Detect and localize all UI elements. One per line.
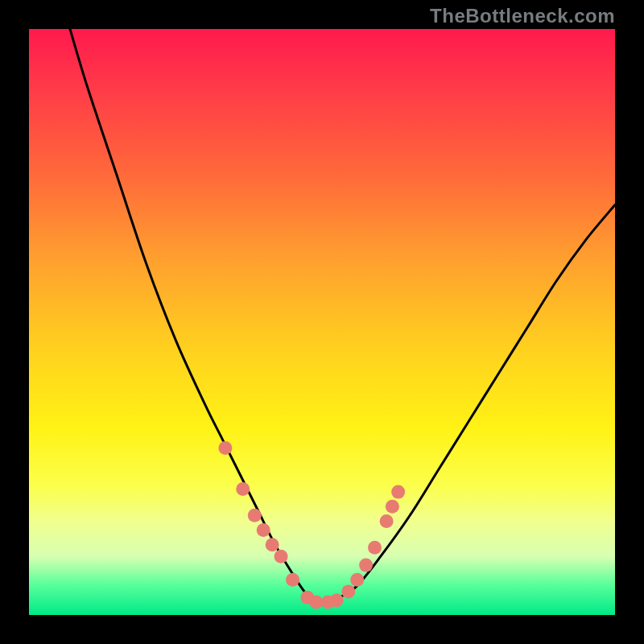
highlight-point: [266, 538, 279, 551]
highlight-point: [380, 514, 394, 528]
highlight-point: [341, 584, 355, 598]
highlight-point: [391, 485, 405, 499]
highlight-point: [275, 550, 288, 564]
highlight-point: [350, 573, 364, 587]
highlight-point: [330, 593, 344, 607]
highlight-point: [218, 441, 232, 455]
watermark-label: TheBottleneck.com: [430, 5, 615, 27]
chart-plot-area: [29, 29, 615, 615]
chart-frame: TheBottleneck.com: [0, 0, 644, 644]
highlight-point: [309, 595, 323, 609]
bottleneck-curve: [70, 29, 615, 605]
highlight-point: [257, 523, 270, 537]
highlight-point: [286, 573, 299, 587]
highlight-point: [236, 482, 250, 496]
highlight-point: [359, 559, 373, 572]
chart-svg: [29, 29, 615, 615]
highlight-points: [218, 441, 405, 609]
highlight-point: [248, 509, 262, 522]
highlight-point: [386, 500, 399, 514]
highlight-point: [368, 541, 382, 555]
